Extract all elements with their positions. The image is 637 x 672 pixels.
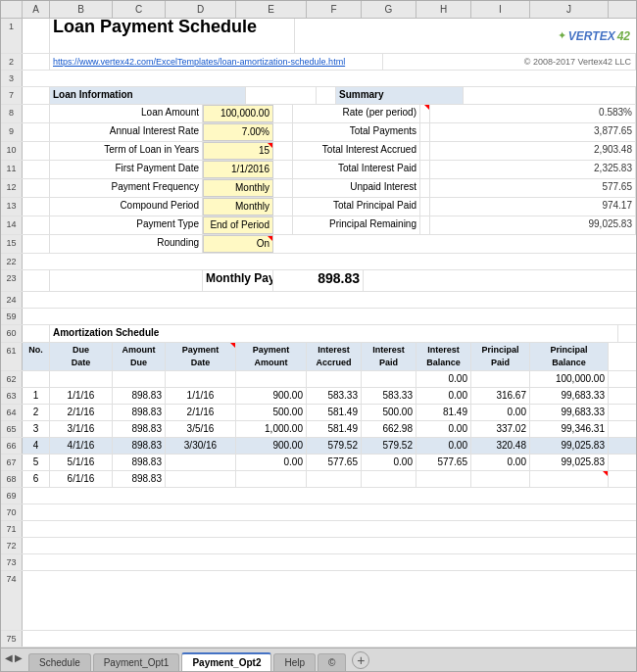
amort-row-65: 65 3 3/1/16 898.83 3/5/16 1,000.00 581.4… [1,421,636,438]
amort-col-amount-due: AmountDue [113,343,166,370]
amort-row-63: 63 1 1/1/16 898.83 1/1/16 900.00 583.33 … [1,388,636,405]
term-label: Term of Loan in Years [50,142,203,160]
summary-header: Summary [336,87,464,104]
amort-row-67: 67 5 5/1/16 898.83 0.00 577.65 0.00 577.… [1,455,636,471]
tab-payment-opt1[interactable]: Payment_Opt1 [93,653,180,671]
add-sheet-button[interactable]: + [352,651,369,669]
total-int-paid-value: 2,325.83 [430,161,636,178]
total-payments-value: 3,877.65 [430,123,636,141]
row-70: 70 [1,504,636,521]
col-header-a[interactable]: A [23,1,50,18]
row-60: 60 Amortization Schedule [1,325,636,343]
amort-col-no: No. [23,343,50,370]
monthly-payment-label: Monthly Payment [203,270,273,291]
spreadsheet: A B C D E F G H I J 1 Loan Payment Sched… [0,0,637,672]
row-22: 22 [1,254,636,270]
pay-freq-value[interactable]: Monthly [203,179,273,197]
term-value[interactable]: 15 [203,142,273,160]
amort-row-66: 66 4 4/1/16 898.83 3/30/16 900.00 579.52… [1,438,636,455]
col-header-d[interactable]: D [166,1,236,18]
loan-amount-value[interactable]: 100,000.00 [203,105,273,122]
annual-rate-value[interactable]: 7.00% [203,123,273,141]
total-prin-paid-label: Total Principal Paid [293,198,420,216]
unpaid-int-label: Unpaid Interest [293,179,420,197]
rounding-label: Rounding [50,235,203,253]
amort-col-prin-paid: PrincipalPaid [471,343,530,370]
first-pay-label: First Payment Date [50,161,203,178]
amort-row-68: 68 6 6/1/16 898.83 [1,471,636,488]
monthly-payment-value: 898.83 [273,270,364,291]
loan-amount-label: Loan Amount [50,105,203,122]
amort-col-int-accrued: InterestAccrued [307,343,362,370]
first-pay-value[interactable]: 1/1/2016 [203,161,273,178]
website-link[interactable]: https://www.vertex42.com/ExcelTemplates/… [50,54,383,70]
row-73: 73 [1,554,636,571]
tab-scroll-right[interactable]: ▶ [15,652,23,663]
row-12: 12 Payment Frequency Monthly Unpaid Inte… [1,179,636,198]
col-header-e[interactable]: E [236,1,307,18]
row-69: 69 [1,488,636,504]
pay-freq-label: Payment Frequency [50,179,203,197]
tab-payment-opt2[interactable]: Payment_Opt2 [181,652,271,671]
rate-label: Rate (per period) [293,105,420,122]
compound-value[interactable]: Monthly [203,198,273,216]
rounding-value[interactable]: On [203,235,273,253]
col-header-c[interactable]: C [113,1,166,18]
copyright: © 2008-2017 Vertex42 LLC [383,54,636,70]
init-prin-balance: 100,000.00 [530,371,609,387]
row-59: 59 [1,309,636,325]
unpaid-int-value: 577.65 [430,179,636,197]
annual-rate-label: Annual Interest Rate [50,123,203,141]
amort-col-int-balance: InterestBalance [416,343,471,370]
row-13: 13 Compound Period Monthly Total Princip… [1,198,636,216]
amort-col-pay-date: PaymentDate [166,343,236,370]
tab-copyright[interactable]: © [318,653,346,671]
total-payments-label: Total Payments [293,123,420,141]
amort-col-pay-amount: PaymentAmount [236,343,307,370]
loan-info-header: Loan Information [50,87,246,104]
tab-help[interactable]: Help [273,653,316,671]
amort-col-due-date: DueDate [50,343,113,370]
total-int-accrued-value: 2,903.48 [430,142,636,160]
row-72: 72 [1,538,636,554]
row-74: 74 [1,571,636,631]
amort-schedule-header: Amortization Schedule [50,325,618,342]
row-75: 75 [1,631,636,648]
amort-col-prin-balance: PrincipalBalance [530,343,609,370]
tab-scroll-left[interactable]: ◀ [5,652,13,663]
row-15: 15 Rounding On [1,235,636,254]
row-7: 7 Loan Information Summary [1,87,636,105]
spreadsheet-title: Loan Payment Schedule [50,19,295,53]
total-int-paid-label: Total Interest Paid [293,161,420,178]
col-header-f[interactable]: F [307,1,362,18]
row-8: 8 Loan Amount 100,000.00 Rate (per perio… [1,105,636,123]
col-header-i[interactable]: I [471,1,530,18]
rate-value: 0.583% [430,105,636,122]
row-3: 3 [1,71,636,87]
compound-label: Compound Period [50,198,203,216]
row-2: 2 https://www.vertex42.com/ExcelTemplate… [1,54,636,71]
prin-remaining-value: 99,025.83 [430,216,636,234]
amort-row-64: 64 2 2/1/16 898.83 2/1/16 500.00 581.49 … [1,405,636,421]
tab-bar: ◀ ▶ Schedule Payment_Opt1 Payment_Opt2 H… [1,648,636,671]
init-int-balance: 0.00 [416,371,471,387]
col-header-h[interactable]: H [416,1,471,18]
row-23: 23 Monthly Payment 898.83 [1,270,636,292]
vertex-logo: ✦ VERTEX42 [558,29,630,43]
col-header-j[interactable]: J [530,1,609,18]
pay-type-value[interactable]: End of Period [203,216,273,234]
row-11: 11 First Payment Date 1/1/2016 Total Int… [1,161,636,179]
tab-schedule[interactable]: Schedule [28,653,91,671]
row-9: 9 Annual Interest Rate 7.00% Total Payme… [1,123,636,142]
col-header-g[interactable]: G [362,1,416,18]
row-61: 61 No. DueDate AmountDue PaymentDate Pay… [1,343,636,371]
cell-a1 [23,19,50,53]
amort-col-int-paid: InterestPaid [362,343,416,370]
sheet-body: 1 Loan Payment Schedule ✦ VERTEX42 2 htt… [1,19,636,648]
total-prin-paid-value: 974.17 [430,198,636,216]
row-24: 24 [1,292,636,309]
pay-type-label: Payment Type [50,216,203,234]
row-71: 71 [1,521,636,538]
row-10: 10 Term of Loan in Years 15 Total Intere… [1,142,636,161]
col-header-b[interactable]: B [50,1,113,18]
